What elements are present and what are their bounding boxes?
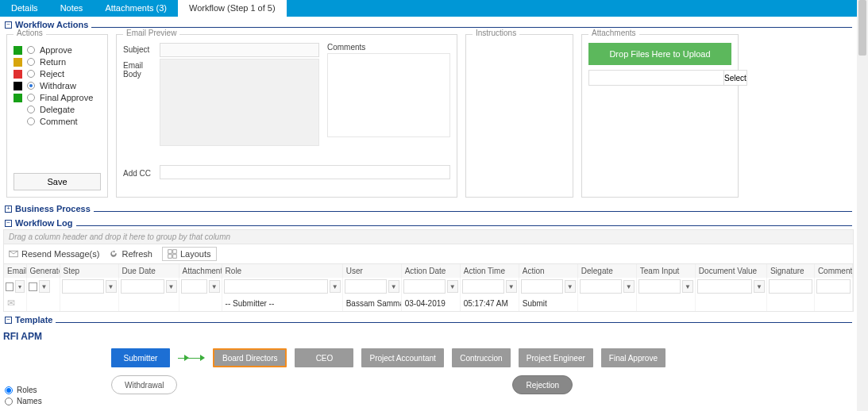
node-construccion[interactable]: Contruccion [452,348,511,367]
filter-role[interactable] [224,279,328,294]
filter-icon[interactable]: ▼ [388,280,399,293]
col-role[interactable]: Role [222,264,342,278]
upload-dropzone[interactable]: Drop Files Here to Upload [588,43,731,65]
col-action-time[interactable]: Action Time [460,264,519,278]
svg-rect-1 [168,250,172,254]
tab-notes[interactable]: Notes [49,0,95,17]
filter-icon[interactable]: ▼ [682,280,693,293]
action-option-reject[interactable]: Reject [14,69,101,79]
filter-icon[interactable]: ▼ [506,280,517,293]
arrow-icon [178,355,205,361]
node-ceo[interactable]: CEO [295,348,353,367]
refresh-button[interactable]: Refresh [109,249,152,259]
action-option-return[interactable]: Return [14,57,101,67]
tab-attachments[interactable]: Attachments (3) [94,0,178,17]
action-label: Approve [40,45,72,55]
col-document-value[interactable]: Document Value [695,264,766,278]
node-withdrawal[interactable]: Withdrawal [111,375,177,394]
filter-team[interactable] [638,279,681,294]
filter-com[interactable] [816,279,851,294]
filter-att[interactable] [181,279,207,294]
resend-messages-button[interactable]: Resend Message(s) [9,249,99,259]
filter-icon[interactable]: ▼ [39,280,50,293]
select-all-checkbox[interactable] [6,282,14,291]
col-attachments[interactable]: Attachments [179,264,222,278]
svg-rect-4 [173,255,177,259]
filter-user[interactable] [345,279,387,294]
filter-action[interactable] [521,279,563,294]
filter-icon[interactable]: ▼ [166,280,177,293]
vertical-scrollbar[interactable] [857,0,868,411]
subject-input[interactable] [160,43,319,57]
attachment-path-input[interactable] [588,70,724,86]
cell-user: Bassam Samman(Ba [342,295,401,311]
collapse-icon[interactable]: − [5,317,12,324]
filter-icon[interactable]: ▼ [623,280,635,293]
instructions-legend: Instructions [473,29,519,37]
cell-action-time: 05:17:47 AM [460,295,519,311]
action-option-delegate[interactable]: Delegate [14,105,101,114]
action-option-withdraw[interactable]: Withdraw [14,81,101,90]
tab-workflow[interactable]: Workflow (Step 1 of 5) [178,0,287,17]
collapse-icon[interactable]: − [5,220,12,227]
color-swatch [14,58,22,67]
col-due[interactable]: Due Date [118,264,179,278]
action-option-comment[interactable]: Comment [14,117,101,126]
instructions-panel: Instructions [465,34,573,198]
subject-label: Subject [123,43,160,54]
col-signature[interactable]: Signature [766,264,814,278]
node-rejection[interactable]: Rejection [512,375,573,394]
layouts-button[interactable]: Layouts [162,247,217,261]
filter-icon[interactable]: ▾ [15,280,25,293]
node-final-approve[interactable]: Final Approve [601,348,665,367]
generated-checkbox[interactable] [29,282,37,291]
expand-icon[interactable]: + [5,206,12,213]
col-team-input[interactable]: Team Input [636,264,695,278]
collapse-icon[interactable]: − [5,21,12,29]
filter-icon[interactable]: ▼ [565,280,576,293]
roles-radio[interactable]: Roles [5,386,111,394]
filter-adate[interactable] [403,279,446,294]
refresh-icon [109,249,118,259]
action-label: Withdraw [40,81,76,90]
save-button[interactable]: Save [14,173,101,190]
col-comments[interactable]: Comments [814,264,852,278]
col-user[interactable]: User [342,264,401,278]
filter-sig[interactable] [769,279,812,294]
col-action[interactable]: Action [519,264,577,278]
table-row[interactable]: ✉ -- Submitter -- Bassam Samman(Ba 03-04… [4,295,853,311]
comments-input[interactable] [327,53,450,137]
filter-icon[interactable]: ▼ [209,280,220,293]
email-body-area[interactable] [160,59,319,146]
col-delegate[interactable]: Delegate [577,264,636,278]
filter-icon[interactable]: ▼ [330,280,341,293]
addcc-input[interactable] [160,165,450,179]
names-radio[interactable]: Names [5,397,111,405]
grid-header-row: Email Generated Step Due Date Attachment… [4,264,853,278]
action-option-final-approve[interactable]: Final Approve [14,93,101,102]
node-board-directors[interactable]: Board Directors [213,348,287,367]
filter-icon[interactable]: ▼ [106,280,117,293]
filter-due[interactable] [121,279,164,294]
attachments-panel: Attachments Drop Files Here to Upload Se… [581,34,739,198]
tab-details[interactable]: Details [0,0,49,17]
filter-icon[interactable]: ▼ [754,280,765,293]
action-label: Comment [40,117,78,126]
action-option-approve[interactable]: Approve [14,45,101,55]
filter-doc[interactable] [697,279,752,294]
node-project-engineer[interactable]: Project Engineer [519,348,593,367]
filter-icon[interactable]: ▼ [447,280,458,293]
col-generated[interactable]: Generated [26,264,60,278]
group-by-hint[interactable]: Drag a column header and drop it here to… [3,229,854,244]
node-project-accountant[interactable]: Project Accountant [361,348,443,367]
col-step[interactable]: Step [60,264,118,278]
filter-delegate[interactable] [580,279,622,294]
select-file-button[interactable]: Select [724,70,747,86]
col-email[interactable]: Email [4,264,26,278]
workflow-log-grid: Email Generated Step Due Date Attachment… [3,264,854,312]
col-action-date[interactable]: Action Date [401,264,460,278]
filter-atime[interactable] [462,279,504,294]
node-submitter[interactable]: Submitter [111,348,170,367]
filter-step[interactable] [62,279,104,294]
comments-label: Comments [327,43,450,52]
